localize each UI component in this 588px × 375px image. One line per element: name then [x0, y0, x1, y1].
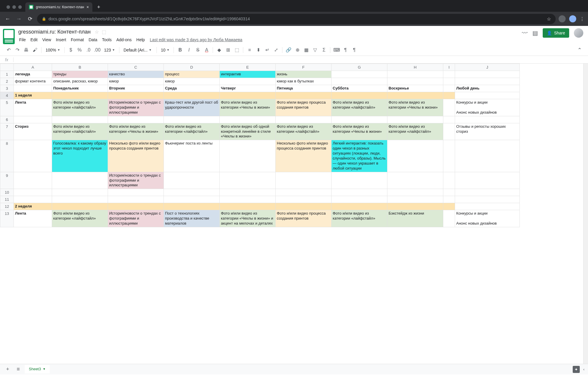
cell[interactable] [332, 116, 387, 123]
cell[interactable]: легенда [14, 71, 52, 78]
text-color-button[interactable]: A [203, 46, 210, 54]
col-header-C[interactable]: C [108, 64, 164, 71]
cell[interactable] [164, 196, 220, 203]
cell[interactable] [276, 203, 332, 210]
cell[interactable] [332, 189, 387, 196]
cell[interactable] [443, 140, 455, 172]
menu-view[interactable]: View [40, 36, 53, 43]
add-sheet-button[interactable]: + [4, 365, 12, 374]
col-header-G[interactable]: G [332, 64, 387, 71]
cell[interactable] [443, 189, 455, 196]
vertical-align-button[interactable]: ⬍ [254, 46, 262, 54]
sheet-tab[interactable]: Sheet3 ▼ [25, 365, 50, 374]
cell[interactable]: История/новости о трендах с фотографиями… [108, 172, 164, 189]
cell[interactable] [443, 71, 455, 78]
cell[interactable] [220, 78, 276, 85]
cell[interactable] [164, 189, 220, 196]
browser-menu-icon[interactable]: ⋮ [580, 16, 584, 22]
row-header[interactable]: 9 [0, 172, 14, 189]
cell[interactable] [108, 196, 164, 203]
borders-button[interactable]: ⊞ [224, 46, 232, 54]
cell[interactable]: тренды [52, 71, 108, 78]
menu-insert[interactable]: Insert [54, 36, 68, 43]
row-header[interactable]: 5 [0, 99, 14, 116]
functions-button[interactable]: Σ [320, 46, 328, 54]
cell[interactable]: формат контента [14, 78, 52, 85]
cell[interactable]: жизнь [276, 71, 332, 78]
merge-cells-button[interactable]: ⬚ [233, 46, 241, 54]
cell[interactable] [108, 92, 164, 99]
cell[interactable]: История/новости о трендах с фотографиями… [108, 99, 164, 116]
cell[interactable] [387, 172, 443, 189]
row-header[interactable]: 2 [0, 78, 14, 85]
cell[interactable] [52, 92, 108, 99]
undo-button[interactable]: ↶ [5, 46, 12, 54]
bookmark-star-icon[interactable]: ☆ [547, 16, 551, 22]
col-header-D[interactable]: D [164, 64, 220, 71]
select-all-corner[interactable] [0, 64, 14, 71]
cell[interactable] [455, 71, 520, 78]
explore-button[interactable]: ✦ [573, 366, 580, 373]
cell[interactable] [332, 172, 387, 189]
row-header[interactable]: 11 [0, 196, 14, 203]
cell[interactable]: Фото и/или видео из категории «Чехлы в ж… [387, 99, 443, 116]
last-edit-link[interactable]: Last edit was made 3 days ago by Люба Ма… [147, 36, 245, 43]
col-header-A[interactable]: A [14, 64, 52, 71]
fill-color-button[interactable]: ◆ [215, 46, 223, 54]
cell[interactable]: Фото и/или видео из категории «лайфстайл… [332, 210, 387, 227]
cell[interactable] [52, 189, 108, 196]
row-header[interactable]: 4 [0, 92, 14, 99]
cell[interactable] [387, 196, 443, 203]
activity-icon[interactable]: 〰 [522, 30, 528, 36]
cell[interactable] [220, 189, 276, 196]
col-header-I[interactable]: I [443, 64, 455, 71]
cell[interactable] [52, 116, 108, 123]
zoom-dropdown[interactable]: 100%▼ [44, 47, 62, 54]
font-family-dropdown[interactable]: Default (Ari...▼ [122, 47, 154, 54]
cell[interactable] [443, 85, 455, 92]
cell[interactable]: Пост о технологиях производства и качест… [164, 210, 220, 227]
currency-button[interactable]: $ [67, 46, 75, 54]
cell[interactable] [332, 196, 387, 203]
cell[interactable] [455, 172, 520, 189]
cell[interactable] [164, 92, 220, 99]
cell[interactable]: Фото и/или видео из категории «Чехлы в ж… [332, 123, 387, 140]
cell[interactable] [387, 189, 443, 196]
forward-button[interactable]: → [15, 16, 23, 22]
bold-button[interactable]: B [176, 46, 184, 54]
cell[interactable] [455, 203, 520, 210]
menu-help[interactable]: Help [134, 36, 147, 43]
row-header[interactable]: 7 [0, 123, 14, 140]
collapse-toolbar-button[interactable]: ⌃ [576, 46, 583, 54]
cell[interactable] [443, 99, 455, 116]
cell[interactable] [14, 140, 52, 172]
cell[interactable] [52, 196, 108, 203]
cell[interactable]: процесс [164, 71, 220, 78]
row-header[interactable]: 10 [0, 189, 14, 196]
cell[interactable] [455, 140, 520, 172]
browser-tab[interactable]: gressomiami.ru: Контент-план × [25, 2, 92, 12]
cell[interactable]: Воскренье [387, 85, 443, 92]
vertical-scrollbar[interactable] [583, 64, 588, 364]
cell[interactable]: Фото и/или видео из категории «лайфстайл… [52, 99, 108, 116]
cell[interactable]: Фото и/или видео процесса создания принт… [276, 210, 332, 227]
cell[interactable] [443, 92, 455, 99]
row-header[interactable]: 3 [0, 85, 14, 92]
italic-button[interactable]: I [185, 46, 193, 54]
cell[interactable]: Лента [14, 210, 52, 227]
sheets-logo-icon[interactable] [3, 29, 15, 44]
insert-link-button[interactable]: 🔗 [285, 46, 292, 54]
cell[interactable] [164, 172, 220, 189]
cell[interactable]: Краш-тест или другой пост об ударопрочно… [164, 99, 220, 116]
cell[interactable]: Понедельник [52, 85, 108, 92]
doc-title[interactable]: gressomiami.ru: Контент-план [17, 28, 92, 36]
sheet-container[interactable]: ABCDEFGHIJ 1легендатрендыкачествопроцесс… [0, 64, 588, 364]
cell[interactable]: Несколько фото и/или видео процесса созд… [108, 140, 164, 172]
cell[interactable] [14, 189, 52, 196]
cell[interactable] [14, 172, 52, 189]
cell[interactable]: История/новости о трендах с фотографиями… [108, 210, 164, 227]
cell[interactable] [52, 203, 108, 210]
cell[interactable]: Конкурсы и акции Анонс новых дизайнов [455, 210, 520, 227]
cell[interactable]: Фото и/или видео из категории «лайфстайл… [52, 210, 108, 227]
cell[interactable]: Несколько фото и/или видео процесса созд… [276, 140, 332, 172]
